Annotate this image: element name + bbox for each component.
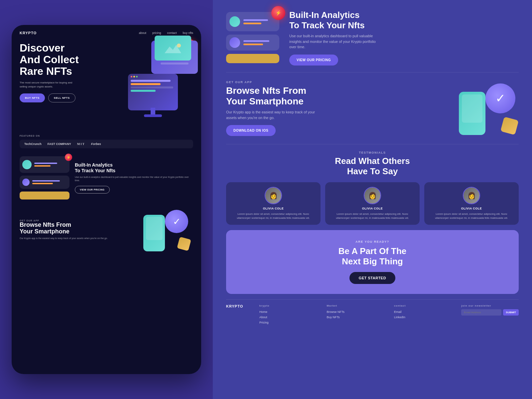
right-app-3d: ✓ [452,82,519,135]
avatar-1: 👩 [265,187,282,204]
line-o2 [32,183,53,184]
svg-point-0 [177,44,181,48]
avatar-img-2: 👩 [364,188,380,203]
monitor-screen-green [155,36,191,61]
footer-col-krypto-title: krypto [259,304,320,307]
analytics-card-top: ⚡ [20,156,69,173]
r-card-mid [226,35,279,51]
sell-nfts-button[interactable]: SELL NFTS [48,93,75,102]
avatar-3: 👩 [463,187,480,204]
footer-link-buy[interactable]: Buy NFTs [327,315,387,320]
right-app-section: GET OUR APP Browse Nfts From Your Smartp… [226,72,519,144]
left-panel: KRYPTO about pricing contact buy nfts Di… [0,0,213,399]
get-started-button[interactable]: GET STARTED [349,272,395,284]
hero-buttons: BUY NFTS SELL NFTS [20,93,79,102]
footer-col-market-title: Market [327,304,387,307]
hero-3d-illustration: ⚡ [121,34,201,120]
footer-col-market: Market Browse NFTs Buy NFTs [327,304,387,326]
right-analytics-desc: Use our built-in analytics dashboard to … [289,33,382,50]
analytics-text: Built-In Analytics To Track Your Nfts Us… [75,162,193,194]
r-lines-2 [243,40,276,45]
lightning-badge: ⚡ [65,154,72,161]
monitor-base [144,114,162,117]
view-pricing-button[interactable]: VIEW OUR PRICING [75,186,110,194]
right-view-pricing-button[interactable]: VIEW OUR PRICING [289,55,338,66]
analytics-circle-green [22,160,32,169]
footer-link-email[interactable]: Email [394,309,455,315]
r-circle-purple [229,37,240,48]
footer-newsletter-title: join our newsletter [461,304,519,307]
download-ios-button[interactable]: DOWNLOAD ON IOS [226,125,276,136]
footer-link-browse[interactable]: Browse NFTs [327,309,387,315]
avatar-img-3: 👩 [464,188,479,203]
r-line-o [243,23,261,24]
testimonial-text-1: Lorem ipsum dolor sit amet, consectetur … [231,212,316,220]
r-gold-box [500,117,519,135]
footer-newsletter: join our newsletter SUBMIT [461,304,519,326]
dot-g2 [136,76,138,77]
analytics-lines-2 [32,180,67,184]
r-phone-screen [462,94,482,123]
testimonials-section: TESTMONIALS Read What Others Have To Say… [226,144,519,230]
r-neon-ball: ⚡ [271,6,285,20]
analytics-circle-purple [22,179,30,186]
r-card-bot [226,54,279,63]
footer-col-krypto: krypto Home About Pricing [259,304,320,326]
ml-2 [131,83,161,85]
featured-logos: TechCrunch FAST COMPANY MIT Forbes [20,140,193,148]
cta-section: ARE YOU READY? Be A Part Of The Next Big… [226,230,519,294]
gold-box-3d [177,237,191,251]
newsletter-input-row: SUBMIT [461,309,519,316]
r-line-p [243,19,268,21]
footer-link-pricing[interactable]: Pricing [259,320,320,325]
testimonial-card-1: 👩 OLIVIA COLE Lorem ipsum dolor sit amet… [226,182,321,225]
monitor-line-2 [161,63,189,65]
monitor-stand [151,108,155,114]
app-desc: Our Krypto app is the easiest way to kee… [20,237,137,240]
newsletter-email-input[interactable] [461,309,501,316]
right-panel: ⚡ Built-In Analytics To Track Your Nfts … [213,0,532,399]
testimonials-cards: 👩 OLIVIA COLE Lorem ipsum dolor sit amet… [226,182,519,225]
hero-section: Discover And Collect Rare NFTs The most … [12,39,201,132]
featured-label: FEATURED ON [20,135,193,137]
analytics-cards: ⚡ [20,156,69,200]
logo-techcrunch: TechCrunch [24,142,42,146]
testimonial-name-3: OLIVIA COLE [461,207,482,210]
logo-fastcompany: FAST COMPANY [48,142,71,146]
buy-nfts-button[interactable]: BUY NFTS [20,93,45,102]
avatar-2: 👩 [364,187,381,204]
testimonial-card-3: 👩 OLIVIA COLE Lorem ipsum dolor sit amet… [424,182,519,225]
testimonials-title: Read What Others Have To Say [226,156,519,177]
r-line-p2 [243,40,269,42]
app-title: Browse Nfts From Your Smartphone [20,222,137,235]
footer-col-contact: contact Email LinkedIn [394,304,455,326]
footer-brand: KRYPTO [226,304,253,326]
right-app-label: GET OUR APP [226,80,442,84]
newsletter-submit-button[interactable]: SUBMIT [503,309,519,316]
r-lines [243,19,276,24]
app-text: GET OUR APP Browse Nfts From Your Smartp… [20,219,137,240]
ml-1 [131,80,171,82]
cta-title: Be A Part Of The Next Big Thing [236,246,509,267]
footer-link-about[interactable]: About [259,315,320,320]
analytics-desc: Use our built-in analytics dashboard to … [75,176,193,183]
hero-title: Discover And Collect Rare NFTs [20,42,79,77]
app-3d-illustration: ✓ [140,208,193,251]
monitor-main [128,74,178,110]
testimonial-text-2: Lorem ipsum dolor sit amet, consectetur … [330,212,415,220]
right-app-desc: Our Krypto app is the easiest way to kee… [226,109,326,120]
line-purple [34,163,57,164]
r-phone [459,92,485,135]
hero-text: Discover And Collect Rare NFTs The most … [20,42,79,102]
avatar-img-1: 👩 [265,188,281,203]
monitor-main-dots [128,74,178,78]
right-analytics-cards: ⚡ [226,12,279,63]
footer-link-home[interactable]: Home [259,309,320,315]
analytics-title: Built-In Analytics To Track Your Nfts [75,162,193,174]
right-app-text: GET OUR APP Browse Nfts From Your Smartp… [226,80,442,136]
right-analytics-title: Built-In Analytics To Track Your Nfts [289,10,519,31]
footer-link-linkedin[interactable]: LinkedIn [394,315,455,320]
app-section: GET OUR APP Browse Nfts From Your Smartp… [12,205,201,254]
line-orange [34,165,51,167]
monitor-group: ⚡ [121,34,201,120]
